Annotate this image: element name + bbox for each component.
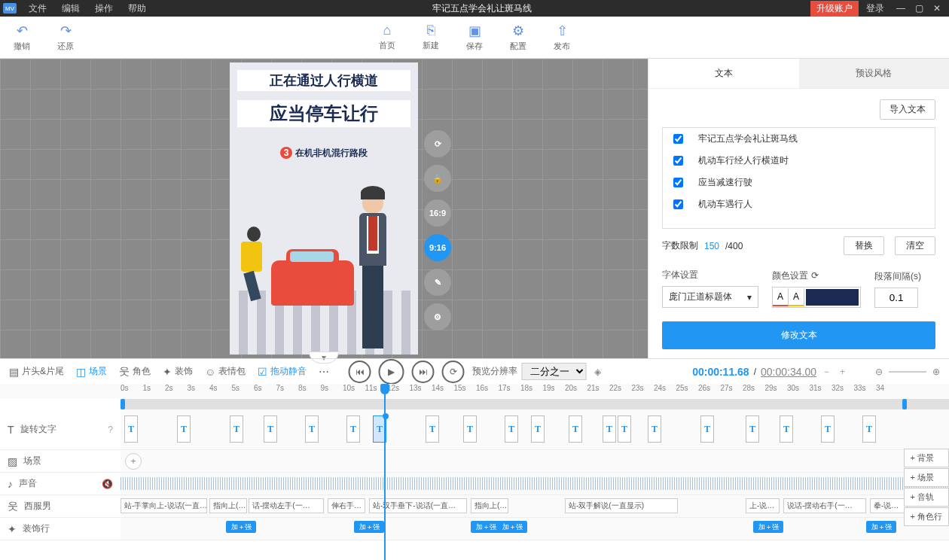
list-item[interactable]: 机动车行经人行横道时	[663, 150, 935, 172]
ratio-16-9[interactable]: 16:9	[424, 199, 451, 227]
action-clip[interactable]: 指向上(…	[471, 498, 508, 513]
text-clip[interactable]: T	[346, 415, 360, 443]
th-scene[interactable]: ◫场景	[76, 365, 107, 378]
help-icon[interactable]: ?	[108, 425, 113, 435]
text-clip[interactable]: T	[648, 415, 661, 443]
canvas-text-2[interactable]: 应当停车让行	[237, 100, 410, 127]
text-clip[interactable]: T	[124, 415, 138, 443]
zoom-slider[interactable]	[889, 371, 926, 373]
range-end-handle[interactable]	[902, 399, 907, 409]
sound-track[interactable]	[121, 473, 949, 495]
text-clip[interactable]: T	[603, 415, 616, 443]
text-clip[interactable]: T	[305, 415, 319, 443]
settings-tool[interactable]: ⚙	[424, 303, 451, 330]
deco-clip[interactable]: 加＋强	[226, 521, 256, 533]
action-clip[interactable]: 伸右手…	[328, 498, 365, 513]
maximize-button[interactable]: ▢	[910, 3, 928, 14]
deco-clip[interactable]: 加＋强	[753, 521, 783, 533]
lock-tool[interactable]: 🔒	[424, 165, 451, 192]
range-bar[interactable]	[121, 399, 949, 409]
list-checkbox[interactable]	[673, 199, 683, 209]
layers-icon[interactable]: ◈	[594, 367, 601, 377]
deco-clip[interactable]: 加＋强	[471, 521, 501, 533]
text-clip[interactable]: T	[862, 415, 876, 443]
text-list[interactable]: 牢记五点学会礼让斑马线 机动车行经人行横道时 应当减速行驶 机动车遇行人	[662, 127, 935, 229]
list-item[interactable]: 牢记五点学会礼让斑马线	[663, 128, 935, 150]
ruler[interactable]: 0s1s2s3s4s5s6s7s8s9s10s11s12s13s14s15s16…	[0, 384, 949, 399]
add-scene-clip[interactable]: +	[125, 453, 142, 470]
deco-clip[interactable]: 加＋强	[866, 521, 896, 533]
upgrade-button[interactable]: 升级账户	[810, 1, 859, 17]
close-button[interactable]: ✕	[928, 3, 946, 14]
text-clip[interactable]: T	[780, 415, 793, 443]
color-picker[interactable]: A A	[772, 287, 861, 308]
zoom-out[interactable]: ⊖	[875, 367, 883, 377]
play-button[interactable]: ▶	[379, 359, 404, 385]
text-clip[interactable]: T	[463, 415, 477, 443]
add-audio-button[interactable]: + 音轨	[904, 488, 949, 507]
list-checkbox[interactable]	[673, 156, 683, 166]
edit-tool[interactable]: ✎	[424, 269, 451, 296]
th-more[interactable]: ⋯	[319, 366, 329, 378]
replace-button[interactable]: 替换	[844, 236, 884, 255]
text-clip[interactable]: T	[426, 415, 439, 443]
add-scene-button[interactable]: + 场景	[904, 468, 949, 487]
text-clip[interactable]: T	[821, 415, 835, 443]
list-checkbox[interactable]	[673, 178, 683, 187]
man-track[interactable]: 站-手掌向上-说话(一直…指向上(…话-摆动左手(一…伸右手…站-双手垂下-说话…	[121, 495, 949, 517]
sound-mute-icon[interactable]: 🔇	[102, 479, 113, 489]
list-item[interactable]: 应当减速行驶	[663, 172, 935, 193]
text-clip[interactable]: T	[505, 415, 518, 443]
zoom-in[interactable]: ⊕	[932, 367, 940, 377]
interval-input[interactable]	[874, 288, 918, 308]
text-clip[interactable]: T	[618, 415, 631, 443]
deco-track[interactable]: 加＋强加＋强加＋强加＋强加＋强加＋强	[121, 518, 949, 540]
preview-select[interactable]: 二分之一	[522, 363, 587, 380]
scene-track[interactable]: +	[121, 450, 949, 472]
time-minus[interactable]: −	[821, 367, 832, 377]
next-button[interactable]: ⏭	[412, 361, 435, 383]
refresh-tool[interactable]: ⟳	[424, 130, 451, 157]
action-clip[interactable]: 站-手掌向上-说话(一直…	[121, 498, 207, 513]
loop-button[interactable]: ⟳	[442, 361, 465, 383]
canvas-area[interactable]: 正在通过人行横道 应当停车让行 3在机非机混行路段 ⟳ 🔒 16:9 9:16 …	[0, 59, 648, 358]
th-deco[interactable]: ✦装饰	[163, 365, 193, 378]
tab-preset[interactable]: 预设风格	[799, 59, 950, 88]
menu-file[interactable]: 文件	[21, 2, 54, 15]
list-checkbox[interactable]	[673, 134, 683, 144]
canvas-text-1[interactable]: 正在通过人行横道	[237, 70, 410, 91]
home-button[interactable]: ⌂首页	[365, 23, 409, 52]
text-clip[interactable]: T	[746, 415, 759, 443]
undo-button[interactable]: ↶撤销	[0, 23, 44, 52]
refresh-icon[interactable]: ⟳	[811, 270, 819, 281]
menu-action[interactable]: 操作	[87, 2, 121, 15]
config-button[interactable]: ⚙配置	[496, 23, 540, 52]
canvas[interactable]: 正在通过人行横道 应当停车让行 3在机非机混行路段	[230, 62, 418, 355]
action-clip[interactable]: 上-说…	[746, 498, 780, 513]
list-item[interactable]: 机动车遇行人	[663, 193, 935, 215]
menu-help[interactable]: 帮助	[121, 2, 154, 15]
save-button[interactable]: ▣保存	[453, 23, 496, 52]
clear-button[interactable]: 清空	[895, 236, 935, 255]
time-plus[interactable]: +	[837, 367, 848, 377]
th-role[interactable]: 웃角色	[119, 365, 151, 379]
action-clip[interactable]: 拳-说…	[870, 498, 908, 513]
new-button[interactable]: ⎘新建	[409, 23, 453, 52]
deco-clip[interactable]: 加＋强	[497, 521, 527, 533]
add-bg-button[interactable]: + 背景	[904, 449, 949, 467]
text-track[interactable]: TTTTTTTTTTTTTTTTTTTT	[121, 409, 949, 449]
canvas-text-3[interactable]: 3在机非机混行路段	[230, 147, 418, 160]
text-clip[interactable]: T	[264, 415, 277, 443]
text-clip[interactable]: T	[230, 415, 243, 443]
ratio-9-16[interactable]: 9:16	[424, 234, 451, 261]
minimize-button[interactable]: —	[892, 3, 910, 14]
action-clip[interactable]: 说话-摆动右手(一…	[783, 498, 866, 513]
color-swatch[interactable]	[806, 289, 859, 306]
modify-text-button[interactable]: 修改文本	[662, 321, 935, 349]
playhead[interactable]	[384, 384, 386, 560]
action-clip[interactable]: 话-摆动左手(一…	[249, 498, 324, 513]
th-head-tail[interactable]: ▤片头&片尾	[9, 365, 64, 378]
tab-text[interactable]: 文本	[648, 59, 799, 88]
text-clip[interactable]: T	[569, 415, 582, 443]
action-clip[interactable]: 站-双手解说(一直显示)	[565, 498, 678, 513]
